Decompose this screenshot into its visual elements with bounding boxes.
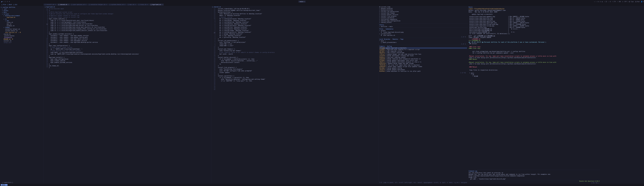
- close-icon[interactable]: ×: [135, 4, 136, 5]
- tree-item[interactable]: user-options.sh ✓ M: [0, 32, 43, 33]
- arch-logo-icon[interactable]: ◢◤: [1, 1, 2, 2]
- commit-item[interactable]: 9739db2 󰜄 macOS update sketchybar icon c…: [380, 60, 467, 61]
- commits-panel[interactable]: Commits - Reflog 77faa4d update hyprland…: [379, 45, 468, 181]
- tab-installer-helper-sh[interactable]: 󰈔 installer-helper.sh×: [88, 4, 108, 6]
- patch-panel[interactable]: Patch commit 77faa4d5027661e87e027e20513…: [468, 6, 600, 170]
- tray-icon-3[interactable]: ◧: [602, 1, 603, 2]
- tree-item[interactable]: install.sh: [0, 40, 43, 42]
- tree-item[interactable]: ▸ os: [0, 18, 43, 20]
- outline-item[interactable]: # current_time: [380, 6, 467, 8]
- commit-item[interactable]: 38a01ca 󰜄 macOS Update sketchybar plugin…: [380, 61, 467, 63]
- close-icon[interactable]: ×: [68, 4, 69, 5]
- tree-item[interactable]: README.md M: [0, 38, 43, 40]
- cmdlog-panel[interactable]: Command Log You can hide/focus this pane…: [468, 170, 600, 180]
- tab-system-checks-sh[interactable]: 󰈔 system-checks.sh×: [108, 4, 126, 6]
- commit-item[interactable]: d67b83f 󰜄 add topgrade config: [380, 50, 467, 52]
- workspace-2[interactable]: 2: [6, 1, 6, 2]
- file-tree[interactable]: ~/.config/.dotfiles ▸ .git ▸ assets ▸ do…: [0, 6, 44, 184]
- filetree-tab-bufs[interactable]: 󰈙 Bufs: [8, 4, 12, 5]
- tree-item[interactable]: shared.sh: [0, 33, 43, 35]
- tree-item[interactable]: linux.sh: [0, 22, 43, 23]
- commit-item[interactable]: 78b5670e 󰜄 fix slow fish login shell due…: [380, 64, 467, 66]
- workspace-3[interactable]: 3: [7, 1, 8, 2]
- tree-item[interactable]: hyprland.sh: [0, 17, 43, 18]
- window-title[interactable]: nvim ▾: [298, 1, 306, 3]
- user-label[interactable]: 👤 KHANELIMAN: [641, 1, 644, 2]
- file-item[interactable]: M user-options.sh: [380, 35, 467, 36]
- branches-panel[interactable]: Local Branches - Remotes - Tags * main →…: [379, 38, 468, 45]
- close-icon[interactable]: ×: [124, 4, 125, 5]
- workspace-1[interactable]: 1: [4, 1, 4, 2]
- tree-item[interactable]: ▸ assets: [0, 10, 43, 12]
- outline-item[interactable]: / install_fish_plugins: [380, 16, 467, 17]
- outline-item[interactable]: / shared_install: [380, 22, 467, 23]
- tree-item[interactable]: ▸ scripts: [0, 13, 43, 15]
- tree-item[interactable]: ▸ dots: [0, 12, 43, 13]
- nav-arrows-icon[interactable]: ⟵ ⟶: [594, 1, 596, 2]
- filetree-tab-git[interactable]: 󰊢 Git: [14, 4, 17, 5]
- outline-item[interactable]: / shared_copy_configuration: [380, 20, 467, 22]
- outline-item[interactable]: / initialize_submodules: [380, 19, 467, 20]
- outline-item[interactable]: / install_better_discord: [380, 14, 467, 16]
- commit-item[interactable]: ea8a0262 󰜄 macOS yabai update script als…: [380, 66, 467, 67]
- tree-item[interactable]: system-checks.sh: [0, 30, 43, 32]
- outline-item[interactable]: / backup_location: [380, 8, 467, 9]
- outline-item[interactable]: / backup_existing: [380, 9, 467, 11]
- tree-item[interactable]: ▸ themes: [0, 27, 43, 28]
- tab-user-options-sh[interactable]: 󰈔 user-options.sh×: [70, 4, 88, 6]
- tree-item[interactable]: mac.sh: [0, 23, 43, 25]
- tab-linux-sh[interactable]: 󰈔 linux.sh×: [137, 4, 149, 6]
- tray-icon-1[interactable]: ⊞: [598, 1, 598, 2]
- commit-item[interactable]: ea6da38 󰜄 macOS redesign with Catppuccin…: [380, 58, 467, 60]
- files-panel[interactable]: Files - Submodules ▾ assets A linux-hypr…: [379, 28, 468, 38]
- commit-item[interactable]: 77faa4d update hyprland screenshots: [380, 47, 467, 49]
- tray-icon-2[interactable]: ⊡: [600, 1, 600, 2]
- lazygit-donate[interactable]: Donate Ask Question 0.36.0: [579, 180, 600, 182]
- outline-panel[interactable]: # current_time/ backup_location/ backup_…: [379, 6, 468, 24]
- code-right[interactable]: current_time=$(date "+%Y.%m.%d-%H.%M.%S"…: [216, 8, 378, 184]
- commit-item[interactable]: NcbP64s 󰜄 move keychain to function to r…: [380, 70, 467, 72]
- file-item[interactable]: A linux-hyprland-discord.png: [380, 32, 467, 33]
- outline-item[interactable]: / correct_ssh_permissions: [380, 11, 467, 12]
- diff-line: what I've been doing with [ArchInstaller…: [468, 57, 600, 58]
- commit-item[interactable]: 0bc6b6o 󰜄 nmvim update config: [380, 67, 467, 69]
- tree-item[interactable]: ▸ mac: [0, 20, 43, 22]
- tab-hyprland-sh[interactable]: 󰈔 hyprland.sh×: [150, 4, 164, 6]
- close-icon[interactable]: ×: [162, 4, 162, 5]
- status-panel[interactable]: Status ✓ dotfiles → main: [379, 24, 468, 28]
- brightness-stat[interactable]: ☀ 17%: [612, 1, 616, 2]
- commit-item[interactable]: 523a697 󰜄 Hyprland move theming to a sep…: [380, 49, 467, 50]
- tree-item[interactable]: installer-helper.sh: [0, 28, 43, 30]
- commit-item[interactable]: 694dase 󰜄 hyprland redesign waybar: [380, 57, 467, 58]
- diff-line: [468, 65, 600, 66]
- commit-item[interactable]: ff82cef 󰜄 update Ranger and add some mis…: [380, 53, 467, 55]
- tree-item[interactable]: setup.conf: [0, 42, 43, 43]
- tree-item[interactable]: .gitattributes: [0, 35, 43, 37]
- tab-mac-sh[interactable]: 󰈔 mac.sh×: [127, 4, 137, 6]
- commit-item[interactable]: 46a26fe 󰜄 add firefox userChrome: [380, 52, 467, 53]
- commit-item[interactable]: 2feae3d 󰜄 macOS sketchybar cleanup and f…: [380, 55, 467, 57]
- tree-root[interactable]: ~/.config/.dotfiles: [0, 7, 43, 8]
- workspace-4[interactable]: 4: [9, 1, 10, 2]
- close-icon[interactable]: ×: [106, 4, 107, 5]
- tree-item[interactable]: ▸ .git: [0, 8, 43, 10]
- tree-item[interactable]: ▸ desktop-environment: [0, 15, 43, 17]
- toggleterm-label[interactable]: 󰆍 toggleterm 󰌾: [1, 181, 14, 183]
- close-icon[interactable]: ×: [86, 4, 86, 5]
- commit-item[interactable]: 0202afad 󰜄 Update macOS image and add re…: [380, 63, 467, 64]
- branch-item[interactable]: 󰳟 smash_placeholders: [380, 42, 467, 43]
- code-left[interactable]: #!/usr/bin/env bash## @file Hyprland cus…: [49, 8, 211, 184]
- file-item[interactable]: ▸ scripts/utils: [380, 33, 467, 35]
- close-icon[interactable]: ×: [55, 4, 56, 5]
- commit-item[interactable]: 14c6f7a 󰜄 macOS update sketchybar: [380, 69, 467, 70]
- outline-item[interactable]: / install_spicetify: [380, 17, 467, 19]
- tree-item[interactable]: .gitmodules: [0, 37, 43, 38]
- close-icon[interactable]: ×: [147, 4, 148, 5]
- branch-item[interactable]: * main →: [380, 40, 467, 42]
- outline-item[interactable]: / install_bat_themes: [380, 12, 467, 14]
- tab-shared-sh[interactable]: 󰈔 shared.sh×: [57, 4, 70, 6]
- filetree-tab-file[interactable]: 󰈔 File: [2, 4, 6, 5]
- tree-item[interactable]: windows.sh: [0, 25, 43, 27]
- tab-install-sh[interactable]: 󰈔 install.sh×: [44, 4, 57, 6]
- file-item[interactable]: ▾ assets: [380, 30, 467, 32]
